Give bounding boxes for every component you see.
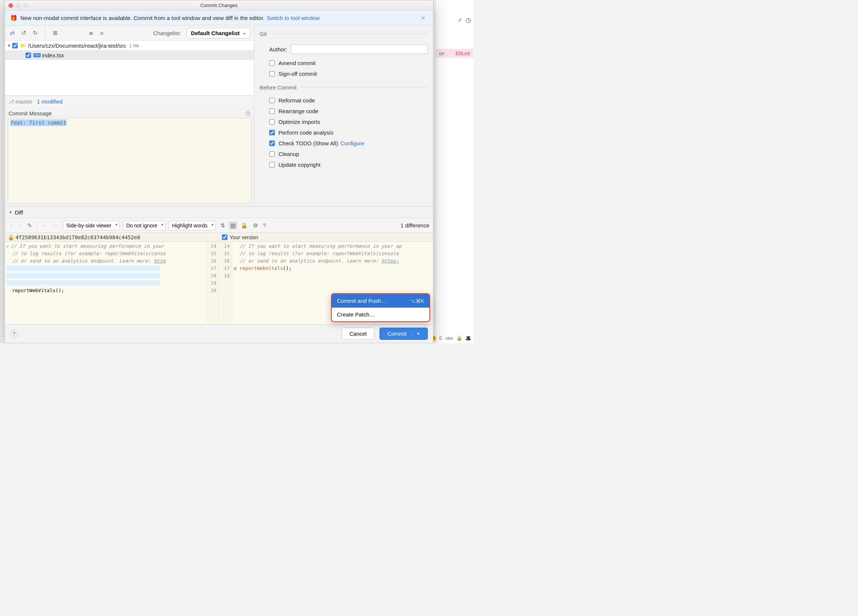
chevron-down-icon: ▼ — [8, 210, 12, 214]
right-revision-label: Your version — [230, 234, 258, 241]
changes-tree[interactable]: ▼ 📁 /Users/czx/Documents/react/jira-test… — [5, 40, 254, 96]
collapse-icon[interactable]: ≡ — [99, 29, 105, 37]
next-diff-icon[interactable]: ↓ — [17, 222, 23, 229]
commit-and-push-item[interactable]: Commit and Push… ⌥⌘K — [332, 294, 429, 308]
check-icon: ✓ — [457, 16, 463, 24]
left-line-numbers: 14151617181920 — [206, 242, 219, 324]
help-button[interactable]: ? — [10, 330, 18, 338]
file-checkbox[interactable] — [25, 53, 31, 58]
changelist-label: Changelist: — [153, 30, 181, 36]
diff-header[interactable]: ▼ Diff — [5, 207, 433, 218]
info-banner: 🎁 New non-modal commit interface is avai… — [5, 11, 433, 25]
cleanup-checkbox[interactable] — [269, 151, 275, 157]
back-icon[interactable]: ← — [40, 222, 48, 229]
close-banner-icon[interactable]: ✕ — [419, 15, 428, 22]
group-icon[interactable]: ⊞ — [51, 29, 59, 37]
titlebar: Commit Changes — [5, 0, 433, 11]
lock-icon: 🔒 — [8, 234, 14, 241]
chevron-down-icon[interactable]: ▼ — [7, 43, 12, 48]
bg-eslint-tab: on ESLint — [435, 49, 473, 58]
edit-icon[interactable]: ✎ — [26, 222, 34, 230]
check-icon: ✓ — [6, 243, 9, 249]
changelist-select[interactable]: Default Changelist — [187, 28, 250, 39]
banner-text: New non-modal commit interface is availa… — [20, 15, 264, 21]
your-version-checkbox[interactable] — [222, 234, 227, 240]
tree-root-row[interactable]: ▼ 📁 /Users/czx/Documents/react/jira-test… — [5, 41, 254, 50]
diff-count: 1 difference — [401, 222, 429, 228]
amend-label: Amend commit — [278, 60, 316, 66]
cleanup-label: Cleanup — [278, 151, 299, 157]
commit-dialog: Commit Changes 🎁 New non-modal commit in… — [5, 0, 434, 343]
collapse-unchanged-icon[interactable]: ⇅ — [219, 222, 227, 230]
branch-name: master — [16, 98, 33, 105]
root-checkbox[interactable] — [12, 43, 18, 48]
commit-message-input[interactable]: feat: first commit — [8, 118, 251, 203]
chevron-down-icon[interactable]: ▼ — [412, 332, 420, 336]
highlight-select[interactable]: Highlight words — [169, 221, 216, 230]
copyright-label: Update copyright — [278, 161, 320, 168]
left-revision-hash: 4f2589631b13343bd170e82c63744b984c4452e0 — [16, 234, 140, 241]
optimize-label: Optimize imports — [278, 119, 320, 125]
copyright-checkbox[interactable] — [269, 162, 275, 168]
lock-icon: 🔒 — [456, 335, 462, 341]
folder-icon: 📁 — [20, 43, 26, 48]
before-commit-section-label: Before Commit — [260, 84, 297, 91]
file-count: 1 file — [129, 43, 139, 48]
reformat-checkbox[interactable] — [269, 98, 275, 103]
todo-label: Check TODO (Show All) — [278, 140, 338, 146]
create-patch-item[interactable]: Create Patch… — [332, 308, 429, 321]
changes-toolbar: ⇄ ↺ ↻ ⊞ ≣ ≡ Changelist: Default Changeli… — [5, 25, 254, 40]
lock-icon[interactable]: 🔒 — [239, 222, 249, 230]
switch-tool-window-link[interactable]: Switch to tool window — [267, 15, 320, 21]
file-name: index.tsx — [42, 52, 64, 58]
help-icon[interactable]: ? — [261, 222, 267, 230]
history-icon[interactable]: ◷ — [246, 110, 250, 116]
expand-icon[interactable]: ≣ — [87, 29, 95, 37]
shortcut-label: ⌥⌘K — [410, 298, 424, 304]
signoff-checkbox[interactable] — [269, 71, 275, 76]
optimize-checkbox[interactable] — [269, 119, 275, 125]
sync-scroll-icon[interactable]: ▥ — [229, 222, 237, 230]
settings-icon[interactable]: ⚙ — [252, 222, 259, 230]
forward-icon[interactable]: → — [51, 222, 60, 229]
commit-split-menu: Commit and Push… ⌥⌘K Create Patch… — [331, 293, 430, 322]
tree-file-row[interactable]: TSX index.tsx — [5, 50, 254, 60]
commit-message-label: Commit Message — [8, 110, 52, 116]
gift-icon: 🎁 — [10, 14, 17, 22]
undo-icon[interactable]: ↺ — [20, 29, 28, 37]
right-line-numbers: 1415161718 — [219, 242, 232, 324]
diff-toolbar: ↑ ↓ ✎ ← → Side-by-side viewer Do not ign… — [5, 218, 433, 233]
diff-left-pane: 🔒 4f2589631b13343bd170e82c63744b984c4452… — [5, 233, 219, 324]
amend-checkbox[interactable] — [269, 60, 275, 66]
branch-bar: ⎇ master 1 modified — [5, 96, 254, 107]
author-input[interactable] — [291, 44, 428, 54]
rearrange-checkbox[interactable] — [269, 108, 275, 114]
reformat-label: Reformat code — [278, 97, 315, 104]
analysis-checkbox[interactable] — [269, 130, 275, 135]
branch-icon: ⎇ — [8, 99, 14, 104]
redo-icon[interactable]: ↻ — [31, 29, 39, 37]
git-section-label: Git — [260, 31, 267, 37]
signoff-label: Sign-off commit — [278, 71, 317, 77]
modified-link[interactable]: 1 modified — [37, 98, 62, 105]
refresh-arrows-icon[interactable]: ⇄ — [8, 29, 16, 37]
left-code: ✓// If you want to start measuring perfo… — [5, 242, 206, 324]
prev-diff-icon[interactable]: ↑ — [8, 222, 14, 229]
cancel-button[interactable]: Cancel — [342, 327, 375, 340]
rearrange-label: Rearrange code — [278, 108, 319, 114]
hat-icon: 🎩 — [465, 335, 471, 341]
configure-link[interactable]: Configure — [340, 140, 364, 146]
todo-checkbox[interactable] — [269, 141, 275, 146]
clock-icon: ◷ — [466, 16, 471, 24]
viewer-select[interactable]: Side-by-side viewer — [63, 221, 120, 230]
analysis-label: Perform code analysis — [278, 129, 333, 136]
root-path: /Users/czx/Documents/react/jira-test/src — [28, 42, 126, 49]
commit-button[interactable]: Commit ▼ — [379, 327, 428, 340]
author-label: Author: — [269, 46, 287, 53]
ignore-select[interactable]: Do not ignore — [123, 221, 166, 230]
dialog-footer: ? Cancel Commit ▼ — [5, 324, 433, 343]
bg-statusbar: 1 E ster 🔒 🎩 — [431, 335, 471, 341]
tsx-file-icon: TSX — [33, 53, 41, 57]
bg-status-icons: ✓ ◷ — [457, 16, 471, 24]
commit-message-text: feat: first commit — [10, 119, 67, 126]
